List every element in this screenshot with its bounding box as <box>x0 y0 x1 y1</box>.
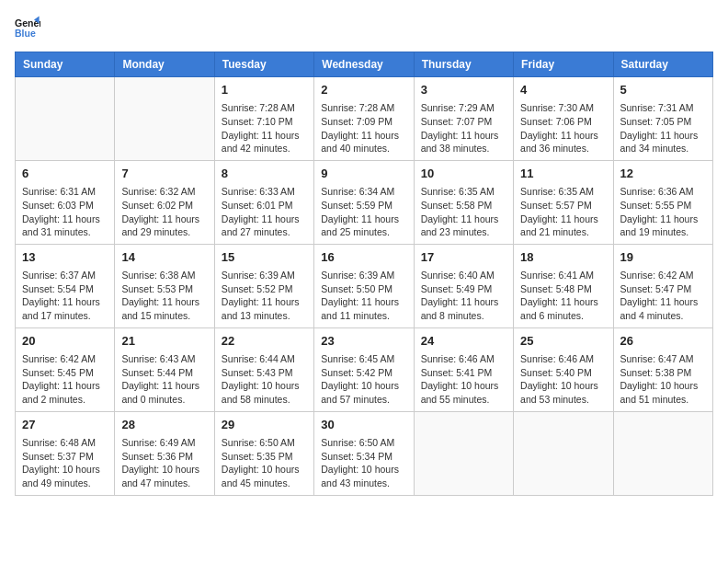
day-info: Sunrise: 6:40 AMSunset: 5:49 PMDaylight:… <box>421 269 506 323</box>
day-number: 19 <box>620 249 706 266</box>
day-cell: 15Sunrise: 6:39 AMSunset: 5:52 PMDayligh… <box>214 244 313 327</box>
week-row-1: 6Sunrise: 6:31 AMSunset: 6:03 PMDaylight… <box>16 160 713 244</box>
week-row-2: 13Sunrise: 6:37 AMSunset: 5:54 PMDayligh… <box>16 244 713 327</box>
day-info: Sunrise: 6:31 AMSunset: 6:03 PMDaylight:… <box>22 185 108 239</box>
svg-text:Blue: Blue <box>15 28 36 39</box>
day-cell: 13Sunrise: 6:37 AMSunset: 5:54 PMDayligh… <box>16 244 115 327</box>
day-info: Sunrise: 6:35 AMSunset: 5:57 PMDaylight:… <box>520 185 606 239</box>
day-cell: 29Sunrise: 6:50 AMSunset: 5:35 PMDayligh… <box>214 411 313 495</box>
day-number: 17 <box>421 249 506 266</box>
day-number: 15 <box>222 249 307 266</box>
day-info: Sunrise: 6:45 AMSunset: 5:42 PMDaylight:… <box>321 352 406 407</box>
day-cell: 19Sunrise: 6:42 AMSunset: 5:47 PMDayligh… <box>613 244 712 327</box>
header-tuesday: Tuesday <box>214 52 313 77</box>
day-number: 29 <box>222 417 307 433</box>
day-info: Sunrise: 7:28 AMSunset: 7:10 PMDaylight:… <box>222 101 307 155</box>
day-cell: 23Sunrise: 6:45 AMSunset: 5:42 PMDayligh… <box>314 327 414 411</box>
day-number: 6 <box>22 166 108 182</box>
day-info: Sunrise: 6:37 AMSunset: 5:54 PMDaylight:… <box>22 269 108 323</box>
header-sunday: Sunday <box>16 52 115 77</box>
day-number: 3 <box>421 82 506 98</box>
day-number: 11 <box>520 166 606 182</box>
day-cell: 25Sunrise: 6:46 AMSunset: 5:40 PMDayligh… <box>514 327 613 411</box>
week-row-3: 20Sunrise: 6:42 AMSunset: 5:45 PMDayligh… <box>16 327 713 411</box>
day-number: 7 <box>121 166 207 182</box>
day-info: Sunrise: 6:39 AMSunset: 5:50 PMDaylight:… <box>321 269 406 323</box>
day-cell: 6Sunrise: 6:31 AMSunset: 6:03 PMDaylight… <box>16 160 115 244</box>
day-number: 24 <box>421 333 506 350</box>
header-row: SundayMondayTuesdayWednesdayThursdayFrid… <box>16 52 713 77</box>
day-number: 2 <box>321 82 406 98</box>
day-cell: 7Sunrise: 6:32 AMSunset: 6:02 PMDaylight… <box>115 160 214 244</box>
day-number: 5 <box>620 82 706 98</box>
day-number: 4 <box>520 82 606 98</box>
day-info: Sunrise: 7:29 AMSunset: 7:07 PMDaylight:… <box>421 101 506 155</box>
day-cell: 10Sunrise: 6:35 AMSunset: 5:58 PMDayligh… <box>414 160 513 244</box>
day-number: 27 <box>22 417 108 433</box>
day-number: 8 <box>222 166 307 182</box>
day-info: Sunrise: 7:31 AMSunset: 7:05 PMDaylight:… <box>620 101 706 155</box>
page-header: General Blue <box>15 15 713 40</box>
day-cell: 24Sunrise: 6:46 AMSunset: 5:41 PMDayligh… <box>414 327 513 411</box>
day-info: Sunrise: 6:44 AMSunset: 5:43 PMDaylight:… <box>222 352 307 407</box>
day-cell: 21Sunrise: 6:43 AMSunset: 5:44 PMDayligh… <box>115 327 214 411</box>
day-info: Sunrise: 6:50 AMSunset: 5:34 PMDaylight:… <box>321 436 406 490</box>
day-info: Sunrise: 6:41 AMSunset: 5:48 PMDaylight:… <box>520 269 606 323</box>
day-info: Sunrise: 7:28 AMSunset: 7:09 PMDaylight:… <box>321 101 406 155</box>
day-info: Sunrise: 6:42 AMSunset: 5:47 PMDaylight:… <box>620 269 706 323</box>
day-number: 26 <box>620 333 706 350</box>
header-monday: Monday <box>115 52 214 77</box>
day-cell: 14Sunrise: 6:38 AMSunset: 5:53 PMDayligh… <box>115 244 214 327</box>
day-info: Sunrise: 6:42 AMSunset: 5:45 PMDaylight:… <box>22 352 108 407</box>
day-number: 12 <box>620 166 706 182</box>
day-cell: 22Sunrise: 6:44 AMSunset: 5:43 PMDayligh… <box>214 327 313 411</box>
day-info: Sunrise: 6:39 AMSunset: 5:52 PMDaylight:… <box>222 269 307 323</box>
day-number: 16 <box>321 249 406 266</box>
day-cell <box>115 77 214 161</box>
day-info: Sunrise: 6:34 AMSunset: 5:59 PMDaylight:… <box>321 185 406 239</box>
calendar-table: SundayMondayTuesdayWednesdayThursdayFrid… <box>15 52 713 496</box>
day-cell: 28Sunrise: 6:49 AMSunset: 5:36 PMDayligh… <box>115 411 214 495</box>
day-info: Sunrise: 6:32 AMSunset: 6:02 PMDaylight:… <box>121 185 207 239</box>
day-number: 20 <box>22 333 108 350</box>
day-info: Sunrise: 6:46 AMSunset: 5:40 PMDaylight:… <box>520 352 606 407</box>
day-number: 13 <box>22 249 108 266</box>
day-cell: 5Sunrise: 7:31 AMSunset: 7:05 PMDaylight… <box>613 77 712 161</box>
day-info: Sunrise: 6:49 AMSunset: 5:36 PMDaylight:… <box>121 436 207 490</box>
week-row-0: 1Sunrise: 7:28 AMSunset: 7:10 PMDaylight… <box>16 77 713 161</box>
day-number: 25 <box>520 333 606 350</box>
day-cell: 26Sunrise: 6:47 AMSunset: 5:38 PMDayligh… <box>613 327 712 411</box>
day-cell: 20Sunrise: 6:42 AMSunset: 5:45 PMDayligh… <box>16 327 115 411</box>
day-info: Sunrise: 6:43 AMSunset: 5:44 PMDaylight:… <box>121 352 207 407</box>
day-cell <box>16 77 115 161</box>
day-cell <box>514 411 613 495</box>
day-cell: 1Sunrise: 7:28 AMSunset: 7:10 PMDaylight… <box>214 77 313 161</box>
day-number: 23 <box>321 333 406 350</box>
header-wednesday: Wednesday <box>314 52 414 77</box>
day-number: 14 <box>121 249 207 266</box>
day-cell: 16Sunrise: 6:39 AMSunset: 5:50 PMDayligh… <box>314 244 414 327</box>
day-cell: 11Sunrise: 6:35 AMSunset: 5:57 PMDayligh… <box>514 160 613 244</box>
day-info: Sunrise: 7:30 AMSunset: 7:06 PMDaylight:… <box>520 101 606 155</box>
day-cell: 27Sunrise: 6:48 AMSunset: 5:37 PMDayligh… <box>16 411 115 495</box>
day-number: 21 <box>121 333 207 350</box>
header-thursday: Thursday <box>414 52 513 77</box>
day-info: Sunrise: 6:36 AMSunset: 5:55 PMDaylight:… <box>620 185 706 239</box>
day-cell: 17Sunrise: 6:40 AMSunset: 5:49 PMDayligh… <box>414 244 513 327</box>
logo: General Blue <box>15 15 44 40</box>
day-cell <box>414 411 513 495</box>
day-cell: 2Sunrise: 7:28 AMSunset: 7:09 PMDaylight… <box>314 77 414 161</box>
day-number: 28 <box>121 417 207 433</box>
day-number: 9 <box>321 166 406 182</box>
day-number: 18 <box>520 249 606 266</box>
day-cell: 18Sunrise: 6:41 AMSunset: 5:48 PMDayligh… <box>514 244 613 327</box>
day-info: Sunrise: 6:33 AMSunset: 6:01 PMDaylight:… <box>222 185 307 239</box>
day-info: Sunrise: 6:35 AMSunset: 5:58 PMDaylight:… <box>421 185 506 239</box>
day-cell <box>613 411 712 495</box>
day-number: 10 <box>421 166 506 182</box>
day-cell: 3Sunrise: 7:29 AMSunset: 7:07 PMDaylight… <box>414 77 513 161</box>
day-info: Sunrise: 6:48 AMSunset: 5:37 PMDaylight:… <box>22 436 108 490</box>
day-cell: 8Sunrise: 6:33 AMSunset: 6:01 PMDaylight… <box>214 160 313 244</box>
logo-icon: General Blue <box>15 15 40 40</box>
day-cell: 9Sunrise: 6:34 AMSunset: 5:59 PMDaylight… <box>314 160 414 244</box>
